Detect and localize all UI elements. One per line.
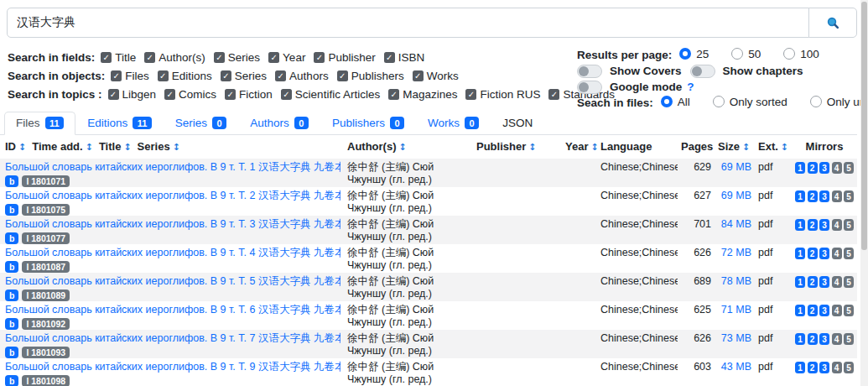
mirror-link-1[interactable]: 1: [795, 276, 805, 288]
checkbox-title[interactable]: ✓Title: [101, 51, 136, 64]
size-link[interactable]: 69 MB: [721, 161, 751, 173]
mirror-link-5[interactable]: 5: [844, 276, 854, 288]
checkbox-publisher[interactable]: ✓Publisher: [314, 51, 375, 64]
tab-publishers[interactable]: Publishers0: [320, 112, 416, 135]
tab-authors[interactable]: Authors0: [238, 112, 320, 135]
file-title-link[interactable]: Большой словарь китайских иероглифов. В …: [5, 247, 340, 259]
b-badge[interactable]: b: [5, 204, 18, 216]
tab-series[interactable]: Series0: [164, 112, 238, 135]
mirror-link-2[interactable]: 2: [808, 333, 818, 345]
checkbox-publishers[interactable]: ✓Publishers: [337, 70, 404, 82]
sort-icon[interactable]: ↕: [123, 142, 131, 153]
mirror-link-3[interactable]: 3: [819, 276, 829, 288]
mirror-link-2[interactable]: 2: [808, 248, 818, 259]
mirror-link-5[interactable]: 5: [844, 190, 854, 202]
search-button[interactable]: [808, 8, 857, 38]
checkbox-series[interactable]: ✓Series: [221, 70, 267, 82]
tab-works[interactable]: Works0: [416, 112, 491, 135]
file-id-badge[interactable]: l 1801098: [22, 375, 70, 386]
file-title-link[interactable]: Большой словарь китайских иероглифов. В …: [5, 304, 340, 316]
b-badge[interactable]: b: [5, 375, 18, 386]
mirror-link-3[interactable]: 3: [819, 162, 829, 174]
size-link[interactable]: 72 MB: [721, 247, 751, 258]
radio-files-only-uns[interactable]: Only uns.: [810, 96, 868, 108]
mirror-link-5[interactable]: 5: [844, 362, 854, 373]
google-mode-toggle[interactable]: [577, 81, 602, 94]
size-link[interactable]: 69 MB: [721, 190, 751, 201]
mirror-link-5[interactable]: 5: [844, 305, 854, 316]
file-id-badge[interactable]: l 1801092: [22, 318, 70, 330]
mirror-link-2[interactable]: 2: [808, 276, 818, 288]
mirror-link-4[interactable]: 4: [832, 305, 842, 316]
mirror-link-4[interactable]: 4: [832, 248, 842, 259]
file-title-link[interactable]: Большой словарь китайских иероглифов. В …: [5, 361, 340, 373]
mirror-link-4[interactable]: 4: [832, 362, 842, 373]
google-mode-help-link[interactable]: ?: [687, 81, 694, 93]
file-id-badge[interactable]: l 1801075: [22, 204, 70, 216]
mirror-link-2[interactable]: 2: [808, 362, 818, 373]
radio-results-25[interactable]: 25: [679, 48, 709, 60]
mirror-link-3[interactable]: 3: [819, 333, 829, 345]
mirror-link-1[interactable]: 1: [795, 162, 805, 174]
checkbox-works[interactable]: ✓Works: [413, 70, 459, 82]
mirror-link-1[interactable]: 1: [795, 362, 805, 373]
b-badge[interactable]: b: [5, 318, 18, 330]
tab-editions[interactable]: Editions11: [75, 112, 164, 135]
size-link[interactable]: 73 MB: [721, 332, 751, 344]
mirror-link-3[interactable]: 3: [819, 248, 829, 259]
b-badge[interactable]: b: [5, 175, 18, 187]
mirror-link-4[interactable]: 4: [832, 276, 842, 288]
file-id-badge[interactable]: l 1801089: [22, 290, 70, 301]
checkbox-libgen[interactable]: ✓Libgen: [108, 88, 157, 101]
mirror-link-3[interactable]: 3: [819, 190, 829, 202]
mirror-link-1[interactable]: 1: [795, 190, 805, 202]
radio-files-all[interactable]: All: [661, 96, 690, 108]
checkbox-series[interactable]: ✓Series: [214, 51, 260, 64]
sort-icon[interactable]: ↕: [590, 142, 597, 153]
sort-icon[interactable]: ↕: [399, 142, 407, 153]
checkbox-scientific-articles[interactable]: ✓Scientific Articles: [281, 88, 380, 101]
vertical-scrollbar[interactable]: [860, 0, 868, 386]
file-title-link[interactable]: Большой словарь китайских иероглифов. В …: [5, 332, 340, 345]
b-badge[interactable]: b: [5, 261, 18, 273]
mirror-link-3[interactable]: 3: [819, 362, 829, 373]
mirror-link-1[interactable]: 1: [795, 219, 805, 231]
sort-icon[interactable]: ↕: [742, 142, 750, 153]
file-id-badge[interactable]: l 1801077: [22, 232, 70, 244]
sort-icon[interactable]: ↕: [86, 142, 93, 153]
mirror-link-4[interactable]: 4: [832, 219, 842, 231]
size-link[interactable]: 71 MB: [721, 304, 751, 316]
file-title-link[interactable]: Большой словарь китайских иероглифов. В …: [5, 218, 340, 231]
tab-json[interactable]: JSON: [491, 112, 544, 135]
checkbox-authors[interactable]: ✓Authors: [275, 70, 329, 82]
checkbox-editions[interactable]: ✓Editions: [158, 70, 212, 82]
checkbox-comics[interactable]: ✓Comics: [164, 88, 216, 101]
show-chapters-toggle[interactable]: [690, 65, 715, 78]
radio-results-100[interactable]: 100: [783, 48, 819, 60]
b-badge[interactable]: b: [5, 232, 18, 244]
checkbox-isbn[interactable]: ✓ISBN: [384, 51, 425, 64]
checkbox-files[interactable]: ✓Files: [111, 70, 149, 82]
checkbox-fiction[interactable]: ✓Fiction: [225, 88, 273, 101]
mirror-link-1[interactable]: 1: [795, 333, 805, 345]
sort-icon[interactable]: ↕: [528, 142, 536, 153]
file-id-badge[interactable]: l 1801087: [22, 261, 70, 273]
checkbox-magazines[interactable]: ✓Magazines: [388, 88, 457, 101]
mirror-link-5[interactable]: 5: [844, 219, 854, 231]
checkbox-year[interactable]: ✓Year: [268, 51, 305, 64]
mirror-link-4[interactable]: 4: [832, 162, 842, 174]
radio-results-50[interactable]: 50: [731, 48, 761, 60]
scrollbar-thumb[interactable]: [861, 2, 867, 250]
show-covers-toggle[interactable]: [577, 65, 602, 78]
mirror-link-3[interactable]: 3: [819, 305, 829, 316]
size-link[interactable]: 43 MB: [721, 361, 751, 373]
size-link[interactable]: 84 MB: [721, 218, 751, 230]
mirror-link-2[interactable]: 2: [808, 305, 818, 316]
file-title-link[interactable]: Большой словарь китайских иероглифов. В …: [5, 161, 340, 174]
mirror-link-4[interactable]: 4: [832, 333, 842, 345]
mirror-link-3[interactable]: 3: [819, 219, 829, 231]
sort-icon[interactable]: ↕: [173, 142, 180, 153]
file-title-link[interactable]: Большой словарь китайских иероглифов. В …: [5, 190, 340, 202]
mirror-link-5[interactable]: 5: [844, 333, 854, 345]
mirror-link-5[interactable]: 5: [844, 248, 854, 259]
